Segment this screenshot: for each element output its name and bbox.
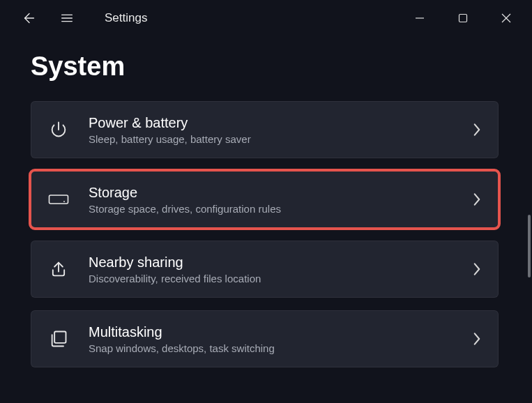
- page-title: System: [0, 36, 532, 101]
- card-text: Nearby sharing Discoverability, received…: [89, 254, 471, 284]
- card-title: Power & battery: [89, 115, 471, 131]
- maximize-button[interactable]: [455, 10, 471, 26]
- card-desc: Discoverability, received files location: [89, 273, 471, 284]
- svg-rect-9: [54, 332, 66, 343]
- close-icon: [501, 13, 512, 24]
- card-text: Power & battery Sleep, battery usage, ba…: [89, 115, 471, 145]
- multitasking-icon: [47, 327, 70, 351]
- card-desc: Sleep, battery usage, battery saver: [89, 133, 471, 145]
- card-multitasking[interactable]: Multitasking Snap windows, desktops, tas…: [31, 310, 499, 367]
- minimize-button[interactable]: [412, 10, 427, 26]
- hamburger-icon: [59, 10, 75, 26]
- maximize-icon: [458, 13, 468, 23]
- card-title: Nearby sharing: [89, 254, 471, 271]
- card-text: Storage Storage space, drives, configura…: [89, 185, 471, 215]
- power-icon: [47, 118, 70, 142]
- titlebar: Settings: [0, 0, 532, 36]
- svg-rect-7: [50, 195, 68, 204]
- scrollbar-thumb[interactable]: [528, 215, 531, 277]
- card-power-battery[interactable]: Power & battery Sleep, battery usage, ba…: [31, 101, 499, 158]
- card-title: Multitasking: [89, 324, 471, 340]
- chevron-right-icon: [471, 333, 482, 344]
- card-title: Storage: [89, 185, 471, 201]
- nav-menu-button[interactable]: [57, 8, 77, 28]
- card-desc: Storage space, drives, configuration rul…: [89, 203, 471, 215]
- card-desc: Snap windows, desktops, task switching: [89, 342, 471, 354]
- card-storage[interactable]: Storage Storage space, drives, configura…: [31, 171, 499, 228]
- chevron-right-icon: [471, 264, 482, 275]
- window-title: Settings: [105, 11, 147, 25]
- svg-rect-4: [459, 15, 467, 22]
- back-button[interactable]: [20, 8, 39, 28]
- close-button[interactable]: [499, 10, 514, 26]
- card-nearby-sharing[interactable]: Nearby sharing Discoverability, received…: [31, 241, 499, 298]
- titlebar-left: Settings: [20, 8, 147, 28]
- window-controls: [412, 10, 524, 26]
- chevron-right-icon: [471, 194, 482, 205]
- share-icon: [47, 257, 70, 281]
- card-text: Multitasking Snap windows, desktops, tas…: [89, 324, 471, 354]
- svg-point-8: [63, 201, 65, 202]
- minimize-icon: [415, 13, 425, 23]
- chevron-right-icon: [471, 124, 482, 135]
- settings-card-list: Power & battery Sleep, battery usage, ba…: [0, 101, 532, 367]
- storage-icon: [47, 188, 70, 211]
- arrow-left-icon: [22, 10, 37, 26]
